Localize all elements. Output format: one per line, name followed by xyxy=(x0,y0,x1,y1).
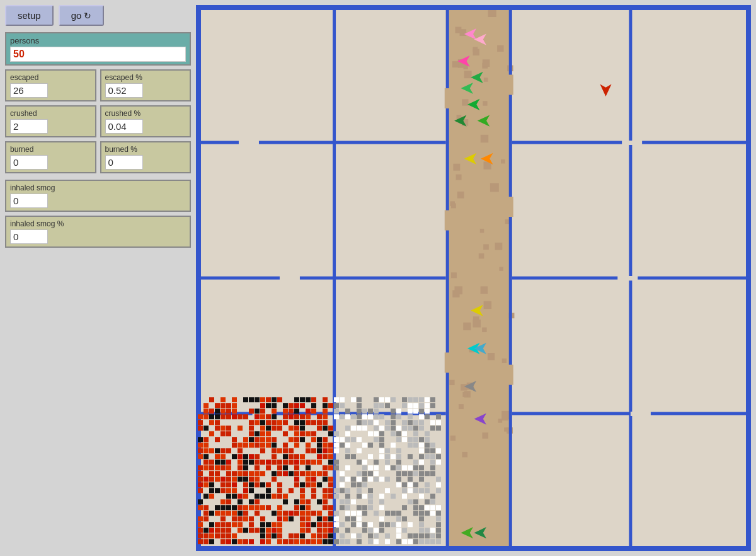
escaped-row: escaped 26 escaped % 0.52 xyxy=(5,69,191,101)
simulation-panel xyxy=(196,5,751,551)
burned-row: burned 0 burned % 0 xyxy=(5,141,191,173)
crushed-label: crushed xyxy=(10,109,91,118)
escaped-pct-label: escaped % xyxy=(105,73,186,82)
crushed-value: 2 xyxy=(10,119,48,134)
persons-label: persons xyxy=(10,36,186,45)
crushed-pct-value: 0.04 xyxy=(105,119,143,134)
inhaled-smog-pct-label: inhaled smog % xyxy=(10,219,186,228)
inhaled-smog-pct-value: 0 xyxy=(10,229,48,244)
escaped-pct-value: 0.52 xyxy=(105,83,143,98)
crushed-pct-box: crushed % 0.04 xyxy=(100,105,192,137)
setup-button[interactable]: setup xyxy=(5,5,54,26)
burned-pct-value: 0 xyxy=(105,155,143,170)
crushed-box: crushed 2 xyxy=(5,105,96,137)
inhaled-smog-box: inhaled smog 0 xyxy=(5,180,191,212)
persons-box: persons xyxy=(5,32,191,66)
top-buttons: setup go ↻ xyxy=(5,5,191,26)
inhaled-smog-pct-box: inhaled smog % 0 xyxy=(5,216,191,248)
persons-input[interactable] xyxy=(10,47,186,62)
escaped-box: escaped 26 xyxy=(5,69,96,101)
burned-pct-label: burned % xyxy=(105,145,186,154)
burned-value: 0 xyxy=(10,155,48,170)
escaped-label: escaped xyxy=(10,73,91,82)
go-label: go xyxy=(71,10,82,21)
go-button[interactable]: go ↻ xyxy=(59,5,105,26)
simulation-canvas xyxy=(198,7,749,549)
burned-pct-box: burned % 0 xyxy=(100,141,192,173)
left-panel: setup go ↻ persons escaped 26 escaped % … xyxy=(5,5,191,551)
refresh-icon: ↻ xyxy=(84,11,91,21)
escaped-pct-box: escaped % 0.52 xyxy=(100,69,192,101)
inhaled-smog-label: inhaled smog xyxy=(10,183,186,192)
smog-section: inhaled smog 0 inhaled smog % 0 xyxy=(5,180,191,248)
burned-box: burned 0 xyxy=(5,141,96,173)
crushed-pct-label: crushed % xyxy=(105,109,186,118)
burned-label: burned xyxy=(10,145,91,154)
inhaled-smog-value: 0 xyxy=(10,194,48,208)
escaped-value: 26 xyxy=(10,83,48,98)
crushed-row: crushed 2 crushed % 0.04 xyxy=(5,105,191,137)
